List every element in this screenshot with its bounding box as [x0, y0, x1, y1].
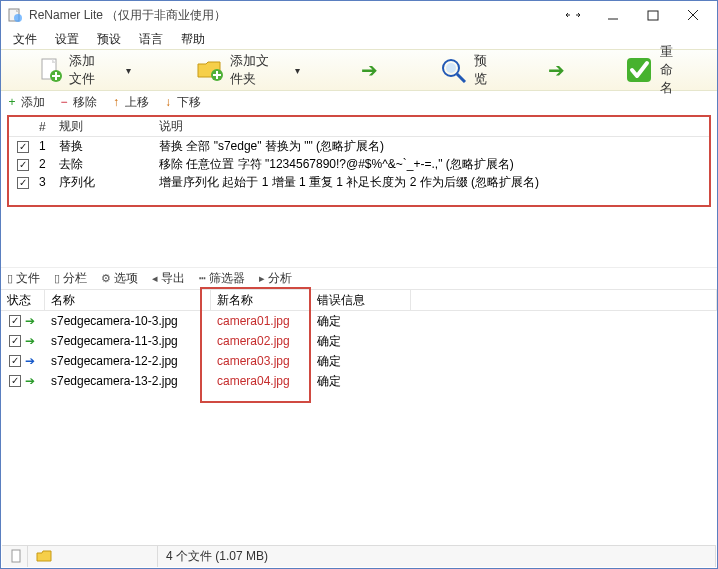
rules-remove-button[interactable]: −移除	[59, 94, 97, 111]
gear-icon: ⚙	[101, 272, 111, 285]
rule-type: 去除	[55, 156, 155, 173]
file-checkbox[interactable]: ✓	[9, 355, 21, 367]
status-arrow-icon: ➔	[25, 374, 35, 388]
rule-row[interactable]: ✓1替换替换 全部 "s7edge" 替换为 "" (忽略扩展名)	[9, 137, 709, 155]
file-icon: ▯	[7, 272, 13, 285]
menu-help[interactable]: 帮助	[173, 30, 213, 49]
main-toolbar: 添加文件 ▾ 添加文件夹 ▾ ➔ 预览 ➔ 重命名	[1, 49, 717, 91]
status-file-count: 4 个文件 (1.07 MB)	[158, 546, 716, 567]
file-name: s7edgecamera-12-2.jpg	[45, 354, 211, 368]
close-button[interactable]	[673, 2, 713, 28]
file-error: 确定	[311, 353, 411, 370]
svg-line-11	[457, 74, 465, 82]
file-add-icon	[37, 56, 63, 84]
arrow-right-icon: ➔	[359, 56, 380, 84]
file-checkbox[interactable]: ✓	[9, 315, 21, 327]
files-toolbar: ▯文件 ▯分栏 ⚙选项 ◂导出 ┅筛选器 ▸分析	[1, 267, 717, 289]
menu-bar: 文件 设置 预设 语言 帮助	[1, 29, 717, 49]
add-folder-button[interactable]: 添加文件夹	[190, 50, 277, 90]
files-columns-button[interactable]: ▯分栏	[54, 270, 87, 287]
rule-index: 1	[35, 139, 55, 153]
rule-row[interactable]: ✓2去除移除 任意位置 字符 "1234567890!?@#$%^&~`_+-=…	[9, 155, 709, 173]
status-doc-icon	[10, 549, 24, 565]
add-folder-label: 添加文件夹	[230, 52, 271, 88]
rules-col-desc: 说明	[155, 118, 709, 135]
status-arrow-icon: ➔	[25, 314, 35, 328]
check-icon	[626, 56, 654, 84]
file-error: 确定	[311, 313, 411, 330]
folder-add-icon	[196, 56, 224, 84]
status-arrow-icon: ➔	[25, 354, 35, 368]
status-bar: 4 个文件 (1.07 MB)	[2, 545, 716, 567]
rule-desc: 增量序列化 起始于 1 增量 1 重复 1 补足长度为 2 作为后缀 (忽略扩展…	[155, 174, 709, 191]
rules-col-rule: 规则	[55, 118, 155, 135]
files-export-button[interactable]: ◂导出	[152, 270, 185, 287]
analyze-icon: ▸	[259, 272, 265, 285]
files-col-name[interactable]: 名称	[45, 290, 211, 310]
svg-rect-13	[12, 550, 20, 562]
add-folder-dropdown[interactable]: ▾	[289, 65, 306, 76]
files-analyze-button[interactable]: ▸分析	[259, 270, 292, 287]
file-error: 确定	[311, 333, 411, 350]
add-files-label: 添加文件	[69, 52, 102, 88]
window-title: ReNamer Lite （仅用于非商业使用）	[29, 7, 226, 24]
minus-icon: −	[59, 95, 69, 109]
file-row[interactable]: ✓➔s7edgecamera-12-2.jpgcamera03.jpg确定	[1, 351, 717, 371]
rules-header: # 规则 说明	[9, 117, 709, 137]
file-newname: camera03.jpg	[211, 354, 311, 368]
files-options-button[interactable]: ⚙选项	[101, 270, 138, 287]
rules-down-button[interactable]: ↓下移	[163, 94, 201, 111]
files-col-error[interactable]: 错误信息	[311, 290, 411, 310]
file-row[interactable]: ✓➔s7edgecamera-10-3.jpgcamera01.jpg确定	[1, 311, 717, 331]
file-checkbox[interactable]: ✓	[9, 375, 21, 387]
file-newname: camera01.jpg	[211, 314, 311, 328]
status-arrow-icon: ➔	[25, 334, 35, 348]
add-files-dropdown[interactable]: ▾	[120, 65, 137, 76]
maximize-button[interactable]	[633, 2, 673, 28]
preview-button[interactable]: 预览	[434, 50, 493, 90]
rule-type: 序列化	[55, 174, 155, 191]
status-folder-icon	[36, 549, 52, 565]
files-body: ✓➔s7edgecamera-10-3.jpgcamera01.jpg确定✓➔s…	[1, 311, 717, 391]
magnifier-icon	[440, 56, 468, 84]
files-col-status[interactable]: 状态	[1, 290, 45, 310]
svg-rect-3	[648, 11, 658, 20]
filter-icon: ┅	[199, 272, 206, 285]
plus-icon: +	[7, 95, 17, 109]
rules-col-index: #	[35, 120, 55, 134]
files-header: 状态 名称 新名称 错误信息	[1, 289, 717, 311]
file-name: s7edgecamera-11-3.jpg	[45, 334, 211, 348]
rule-row[interactable]: ✓3序列化增量序列化 起始于 1 增量 1 重复 1 补足长度为 2 作为后缀 …	[9, 173, 709, 191]
files-filter-button[interactable]: ┅筛选器	[199, 270, 245, 287]
rules-add-button[interactable]: +添加	[7, 94, 45, 111]
file-row[interactable]: ✓➔s7edgecamera-13-2.jpgcamera04.jpg确定	[1, 371, 717, 391]
rules-up-button[interactable]: ↑上移	[111, 94, 149, 111]
rule-desc: 替换 全部 "s7edge" 替换为 "" (忽略扩展名)	[155, 138, 709, 155]
rename-button[interactable]: 重命名	[620, 41, 687, 99]
file-name: s7edgecamera-10-3.jpg	[45, 314, 211, 328]
rules-panel: # 规则 说明 ✓1替换替换 全部 "s7edge" 替换为 "" (忽略扩展名…	[7, 115, 711, 207]
rule-checkbox[interactable]: ✓	[17, 177, 29, 189]
arrow-right-icon-2: ➔	[545, 56, 566, 84]
rule-index: 2	[35, 157, 55, 171]
file-checkbox[interactable]: ✓	[9, 335, 21, 347]
files-col-newname[interactable]: 新名称	[211, 290, 311, 310]
menu-file[interactable]: 文件	[5, 30, 45, 49]
file-newname: camera04.jpg	[211, 374, 311, 388]
rule-type: 替换	[55, 138, 155, 155]
restore-arrows-icon[interactable]	[553, 2, 593, 28]
svg-point-1	[14, 14, 22, 22]
rule-checkbox[interactable]: ✓	[17, 141, 29, 153]
menu-language[interactable]: 语言	[131, 30, 171, 49]
menu-settings[interactable]: 设置	[47, 30, 87, 49]
menu-presets[interactable]: 预设	[89, 30, 129, 49]
minimize-button[interactable]	[593, 2, 633, 28]
file-row[interactable]: ✓➔s7edgecamera-11-3.jpgcamera02.jpg确定	[1, 331, 717, 351]
file-error: 确定	[311, 373, 411, 390]
title-bar: ReNamer Lite （仅用于非商业使用）	[1, 1, 717, 29]
columns-icon: ▯	[54, 272, 60, 285]
add-files-button[interactable]: 添加文件	[31, 50, 108, 90]
rule-checkbox[interactable]: ✓	[17, 159, 29, 171]
file-newname: camera02.jpg	[211, 334, 311, 348]
files-files-button[interactable]: ▯文件	[7, 270, 40, 287]
